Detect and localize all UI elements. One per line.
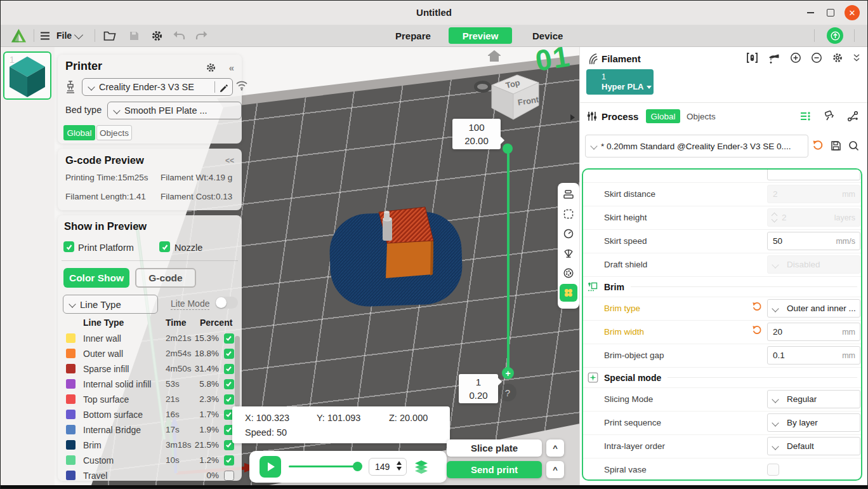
reset-preset-icon[interactable]	[812, 140, 824, 151]
process-tab-objects[interactable]: Objects	[687, 112, 716, 121]
paint-roller-icon[interactable]	[824, 110, 836, 122]
move-slider-track[interactable]	[289, 466, 357, 467]
save-button[interactable]	[126, 28, 141, 43]
dashed-box-icon[interactable]	[560, 205, 577, 223]
swap-filament-icon[interactable]	[746, 52, 758, 64]
line-type-percent: 5.8%	[182, 377, 219, 392]
chevron-down-icon[interactable]	[74, 30, 83, 39]
process-preset-select[interactable]: * 0.20mm Standard @Creality Ender-3 V3 S…	[585, 135, 808, 157]
layers-stack-icon[interactable]	[413, 459, 430, 474]
printer-settings-gear-icon[interactable]	[206, 62, 216, 73]
speed-gauge-icon[interactable]	[560, 225, 577, 243]
setting-select[interactable]: Regular	[767, 390, 860, 408]
bed-type-select[interactable]: Smooth PEI Plate ...	[107, 102, 242, 119]
spinner-arrows[interactable]	[397, 461, 402, 471]
maximize-button[interactable]	[823, 5, 838, 20]
hamburger-icon[interactable]	[37, 28, 53, 43]
collapse-section-icon[interactable]	[853, 53, 860, 63]
nozzle-checkbox[interactable]	[159, 241, 170, 252]
fan-icon[interactable]	[560, 245, 577, 262]
collapse-left-icon[interactable]: «	[229, 62, 234, 73]
view-cube[interactable]: Top Front	[484, 66, 545, 122]
plate-thumbnail[interactable]: 1	[3, 51, 51, 100]
temp-gear-icon[interactable]	[560, 264, 577, 282]
reset-icon[interactable]	[752, 302, 762, 312]
file-menu[interactable]: File	[56, 30, 72, 41]
reset-icon[interactable]	[752, 325, 762, 335]
line-visibility-checkbox[interactable]	[224, 364, 234, 374]
remove-filament-icon[interactable]	[811, 52, 822, 64]
line-visibility-checkbox[interactable]	[224, 455, 234, 466]
spinner-arrows[interactable]	[772, 213, 777, 222]
save-preset-icon[interactable]	[831, 140, 841, 151]
setting-spinner[interactable]: 2layers	[767, 208, 860, 227]
layer-slider-top-handle[interactable]	[503, 144, 513, 154]
redo-button[interactable]	[194, 28, 209, 43]
collapse-double-icon[interactable]: <<	[225, 156, 234, 165]
upload-button[interactable]	[827, 27, 843, 44]
layer-slider-bottom-handle[interactable]: +	[502, 367, 514, 379]
filament-settings-gear-icon[interactable]	[832, 52, 843, 64]
send-print-button[interactable]: Send print	[447, 461, 542, 478]
move-slider-handle[interactable]	[353, 462, 362, 471]
line-type-percent: 2.3%	[182, 392, 219, 407]
layer-height-icon[interactable]	[560, 185, 577, 203]
setting-label: Brim-object gap	[604, 344, 664, 367]
printer-tab-global[interactable]: Global	[63, 125, 95, 140]
printer-tab-objects[interactable]: Objects	[96, 125, 132, 140]
line-visibility-checkbox[interactable]	[224, 471, 234, 481]
help-icon[interactable]: ?	[499, 384, 516, 401]
open-folder-button[interactable]	[102, 28, 117, 43]
setting-input[interactable]: 20mm	[767, 323, 860, 341]
setting-label: Brim type	[604, 297, 640, 320]
filament-slot[interactable]: 1 Hyper PLA	[586, 69, 654, 95]
add-filament-icon[interactable]	[790, 52, 801, 64]
node-link-icon[interactable]	[847, 111, 859, 122]
line-type-name: Brim	[83, 438, 102, 453]
slice-plate-button[interactable]: Slice plate	[447, 439, 542, 457]
layer-slider-track[interactable]	[507, 148, 510, 373]
printer-select[interactable]: Creality Ender-3 V3 SE	[82, 78, 233, 96]
setting-checkbox[interactable]	[767, 464, 779, 476]
setting-input[interactable]: 0.1mm	[767, 346, 860, 365]
close-button[interactable]: ✕	[845, 5, 860, 20]
home-icon[interactable]	[487, 49, 502, 63]
minimize-button[interactable]	[803, 5, 818, 20]
play-button[interactable]	[260, 456, 281, 478]
line-visibility-checkbox[interactable]	[224, 394, 234, 405]
line-visibility-checkbox[interactable]	[224, 349, 234, 359]
params-icon[interactable]	[799, 111, 812, 122]
color-clover-icon[interactable]	[560, 284, 577, 302]
line-visibility-checkbox[interactable]	[224, 379, 234, 389]
tab-device[interactable]: Device	[532, 30, 563, 41]
setting-input[interactable]	[767, 168, 860, 180]
pencil-icon[interactable]	[219, 83, 228, 92]
setting-select[interactable]: Default	[767, 437, 860, 455]
tab-prepare[interactable]: Prepare	[395, 30, 431, 41]
settings-gear-button[interactable]	[149, 28, 164, 43]
view-mode-select[interactable]: Line Type	[63, 295, 158, 314]
send-options-caret[interactable]: ^	[546, 461, 564, 478]
undo-button[interactable]	[172, 28, 187, 43]
tab-preview[interactable]: Preview	[449, 27, 512, 44]
color-show-button[interactable]: Color Show	[63, 268, 129, 288]
slice-options-caret[interactable]: ^	[546, 439, 564, 457]
setting-input[interactable]: 2mm	[767, 185, 860, 203]
process-settings-scroll[interactable]: Skirt distance 2mm Skirt height 2layers …	[582, 168, 862, 481]
setting-input[interactable]: 50mm/s	[767, 232, 860, 250]
line-visibility-checkbox[interactable]	[224, 333, 234, 344]
gcode-button[interactable]: G-code	[135, 268, 196, 288]
setting-select[interactable]: Outer and inner ...	[767, 299, 860, 318]
setting-row: Skirt distance 2mm	[583, 183, 861, 206]
table-scrollbar[interactable]	[235, 336, 240, 407]
panel-expand-icon[interactable]	[570, 114, 575, 121]
move-step-spinner[interactable]: 149	[369, 458, 407, 476]
setting-select[interactable]: By layer	[767, 413, 860, 432]
process-tab-global[interactable]: Global	[646, 109, 680, 123]
print-platform-checkbox[interactable]	[63, 241, 74, 252]
search-setting-icon[interactable]	[848, 140, 859, 151]
faucet-icon[interactable]	[768, 52, 780, 64]
setting-select[interactable]: Disabled	[767, 255, 860, 274]
wifi-icon[interactable]	[235, 80, 248, 91]
lite-mode-toggle[interactable]	[215, 297, 238, 309]
